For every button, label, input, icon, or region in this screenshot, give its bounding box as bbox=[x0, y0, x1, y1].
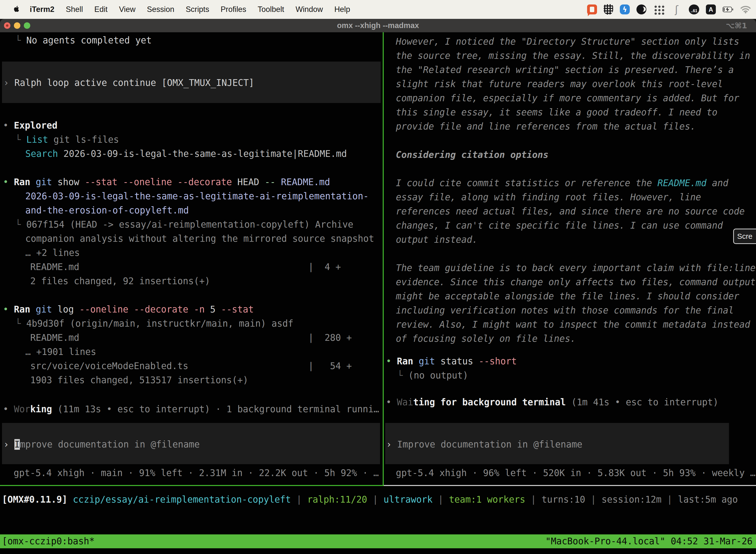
thinking-paragraph: However, I noticed the "Directory Struct… bbox=[396, 35, 739, 49]
terminal-content[interactable]: Scre [omx-cczip0:bash* "MacBook-Pro-44.l… bbox=[0, 32, 756, 554]
pane-divider[interactable] bbox=[383, 32, 384, 486]
tool-search-line: Search 2026-03-09-is-legal-the-same-as-l… bbox=[25, 147, 347, 161]
diffstat-line: src/voice/voiceModeEnabled.ts | 54 + bbox=[30, 359, 352, 373]
squiggle-icon[interactable]: ʃ bbox=[671, 4, 682, 15]
menu-shell[interactable]: Shell bbox=[66, 5, 83, 14]
menu-items: iTerm2ShellEditViewSessionScriptsProfile… bbox=[30, 0, 350, 19]
grid-shield-icon[interactable] bbox=[604, 4, 613, 15]
waiting-status-line: • Waiting for background terminal (1m 41… bbox=[386, 395, 718, 409]
thinking-paragraph: slight risk that future readers may over… bbox=[396, 77, 723, 91]
menu-help[interactable]: Help bbox=[334, 5, 350, 14]
counter-badge-icon[interactable]: ..61 bbox=[689, 4, 699, 14]
menu-toolbelt[interactable]: Toolbelt bbox=[258, 5, 284, 14]
left-pane-border bbox=[0, 485, 383, 486]
chat-badge-icon[interactable] bbox=[587, 4, 597, 14]
injected-prompt-line: › Ralph loop active continue [OMX_TMUX_I… bbox=[3, 76, 254, 90]
thinking-paragraph: references need actual files, and since … bbox=[396, 204, 745, 218]
omx-session-status-line: [OMX#0.11.9] cczip/essay/ai-reimplementa… bbox=[2, 492, 738, 507]
menu-iterm2[interactable]: iTerm2 bbox=[30, 5, 54, 14]
diffstat-line: README.md | 280 + bbox=[30, 331, 352, 345]
thinking-paragraph: evidence. Since this change only affects… bbox=[396, 275, 756, 289]
menu-view[interactable]: View bbox=[119, 5, 136, 14]
elision-line: … +1901 lines bbox=[25, 345, 96, 359]
thinking-paragraph: The team guideline is to back every impo… bbox=[396, 261, 756, 275]
window-shortcut-badge: ⌥⌘1 bbox=[726, 19, 747, 32]
prompt-input-left: › Improve documentation in @filename bbox=[3, 437, 200, 451]
thinking-paragraph: including verification notes with those … bbox=[396, 303, 734, 318]
thinking-paragraph: the source tree, missing the essay. Stil… bbox=[396, 49, 750, 63]
diffstat-line: README.md | 4 + bbox=[30, 260, 341, 274]
battery-icon[interactable] bbox=[722, 4, 734, 15]
window-title: omx --xhigh --madmax bbox=[0, 19, 756, 32]
letter-a-icon[interactable]: A bbox=[706, 4, 716, 14]
ran-git-log-line: • Ran git log --oneline --decorate -n 5 … bbox=[3, 302, 254, 317]
hexagon-bolt-icon[interactable]: ϟ bbox=[620, 4, 630, 14]
menu-session[interactable]: Session bbox=[147, 5, 174, 14]
thinking-paragraph: the "Related research writing" section i… bbox=[396, 63, 734, 77]
thinking-paragraph: might be acceptable alongside the file l… bbox=[396, 289, 739, 303]
ran-git-status-line: • Ran git status --short bbox=[386, 354, 517, 368]
thinking-paragraph: changes, I can't cite specific file line… bbox=[396, 218, 723, 233]
apple-menu-icon[interactable] bbox=[13, 5, 20, 13]
thinking-heading: Considering citation options bbox=[396, 148, 548, 162]
right-pane-border bbox=[384, 485, 756, 486]
ran-git-show-line: • Ran git show --stat --oneline --decora… bbox=[3, 175, 330, 189]
disk-icon[interactable] bbox=[636, 4, 646, 14]
model-status-right: gpt-5.4 xhigh · 96% left · 520K in · 5.8… bbox=[396, 466, 756, 480]
tmux-host-clock-label: "MacBook-Pro-44.local" 04:52 31-Mar-26 bbox=[546, 535, 753, 548]
thinking-paragraph: of focusing solely on file lines. bbox=[396, 332, 576, 346]
menu-window[interactable]: Window bbox=[296, 5, 323, 14]
thinking-paragraph: I could cite commit statistics or refere… bbox=[396, 176, 728, 190]
model-status-left: gpt-5.4 xhigh · main · 91% left · 2.31M … bbox=[14, 466, 379, 480]
thinking-paragraph: this single essay, it seems like a good … bbox=[396, 105, 717, 119]
explored-header-line: • Explored bbox=[3, 118, 58, 132]
menu-scripts[interactable]: Scripts bbox=[186, 5, 209, 14]
diffstat-line: 2 files changed, 92 insertions(+) bbox=[30, 274, 210, 288]
thinking-paragraph: review. Also, I might want to inspect th… bbox=[396, 318, 750, 332]
screen: iTerm2ShellEditViewSessionScriptsProfile… bbox=[0, 0, 756, 554]
menubar-status-icons: ϟʃ..61A bbox=[587, 0, 751, 19]
prompt-input-right: › Improve documentation in @filename bbox=[386, 437, 582, 451]
tool-list-line: └ List git ls-files bbox=[15, 132, 119, 147]
commit-line: └ 067f154 (HEAD -> essay/ai-reimplementa… bbox=[15, 217, 353, 232]
thinking-paragraph: essay file, along with finding root file… bbox=[396, 190, 701, 204]
working-status-line: • Working (11m 13s • esc to interrupt) ·… bbox=[3, 402, 379, 416]
menu-profiles[interactable]: Profiles bbox=[220, 5, 246, 14]
thinking-paragraph: companion file, especially if more comme… bbox=[396, 91, 739, 105]
iterm2-window: omx --xhigh --madmax ⌥⌘1 Scre [omx-cczip… bbox=[0, 19, 756, 554]
macos-menu-bar: iTerm2ShellEditViewSessionScriptsProfile… bbox=[0, 0, 756, 19]
commit-line: companion analysis without altering the … bbox=[25, 232, 374, 246]
filename-line: 2026-03-09-is-legal-the-same-as-legitima… bbox=[25, 189, 369, 203]
window-title-bar[interactable]: omx --xhigh --madmax ⌥⌘1 bbox=[0, 19, 756, 32]
thinking-paragraph: provide file and line references from th… bbox=[396, 119, 696, 133]
dots-grid-icon[interactable] bbox=[653, 4, 665, 15]
wifi-icon[interactable] bbox=[740, 4, 751, 15]
diffstat-line: 1903 files changed, 513517 insertions(+) bbox=[30, 373, 248, 387]
tmux-status-bar: [omx-cczip0:bash* "MacBook-Pro-44.local"… bbox=[0, 535, 756, 548]
no-output-line: └ (no output) bbox=[397, 368, 468, 383]
agents-status-line: └ No agents completed yet bbox=[15, 33, 151, 47]
tmux-session-label: [omx-cczip0:bash* bbox=[2, 535, 95, 548]
thinking-paragraph: output instead. bbox=[396, 233, 478, 247]
commit-line: └ 4b9d30f (origin/main, instructkr/main,… bbox=[15, 317, 294, 331]
filename-line: and-the-erosion-of-copyleft.md bbox=[25, 203, 189, 217]
menu-edit[interactable]: Edit bbox=[94, 5, 107, 14]
elision-line: … +2 lines bbox=[25, 246, 80, 260]
screen-notification-popup[interactable]: Scre bbox=[733, 229, 756, 244]
